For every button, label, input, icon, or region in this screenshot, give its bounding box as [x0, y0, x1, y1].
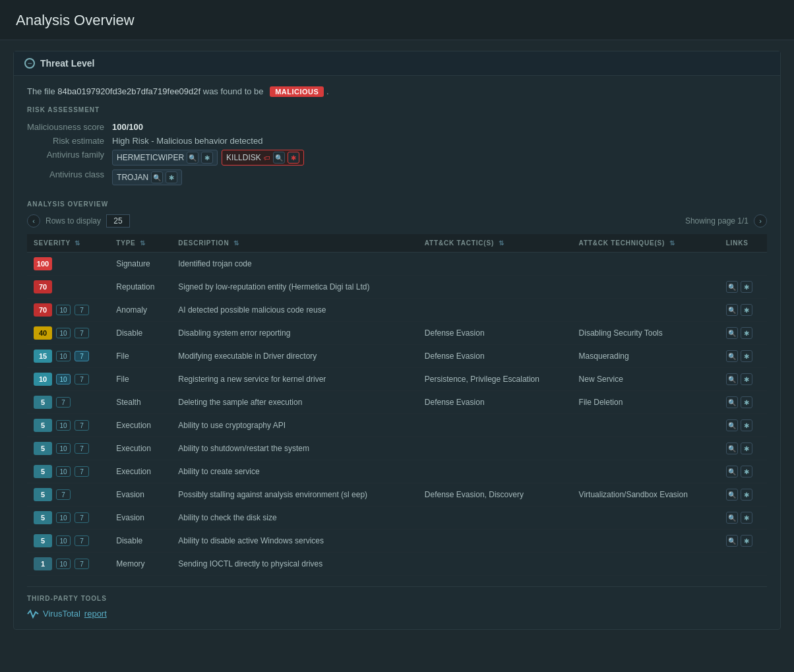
col-techniques[interactable]: ATT&CK TECHNIQUE(S) ⇅ — [572, 234, 719, 253]
severity-cell: 70107 — [27, 299, 109, 322]
severity-tag: 10 — [56, 443, 71, 454]
asterisk-trojan-btn[interactable]: ✱ — [166, 171, 177, 183]
severity-tag: 7 — [75, 351, 89, 361]
col-severity[interactable]: SEVERITY ⇅ — [27, 234, 109, 253]
tactics-cell — [418, 530, 572, 553]
severity-tag: 7 — [75, 535, 89, 546]
severity-tag: 7 — [75, 466, 89, 477]
av-class-tag-row: TROJAN 🔍 ✱ — [112, 169, 304, 185]
col-type[interactable]: TYPE ⇅ — [109, 234, 171, 253]
type-cell: Execution — [109, 460, 171, 483]
risk-table: Maliciousness score 100/100 Risk estimat… — [27, 120, 309, 187]
row-asterisk-btn[interactable]: ✱ — [741, 419, 752, 431]
av-class-row: Antivirus class TROJAN 🔍 ✱ — [27, 168, 309, 187]
tactics-cell: Defense Evasion, Discovery — [418, 483, 572, 506]
type-cell: Execution — [109, 414, 171, 437]
virustotal-report-link[interactable]: report — [84, 609, 107, 619]
tactics-cell: Defense Evasion — [418, 391, 572, 414]
row-asterisk-btn[interactable]: ✱ — [741, 489, 752, 501]
tactics-cell: Defense Evasion — [418, 322, 572, 345]
row-asterisk-btn[interactable]: ✱ — [741, 512, 752, 524]
severity-cell: 10107 — [27, 368, 109, 391]
techniques-cell — [572, 253, 719, 276]
severity-tag: 7 — [75, 328, 89, 338]
type-cell: Evasion — [109, 483, 171, 506]
file-hash: 84ba0197920fd3e2b7dfa719fee09d2f — [57, 86, 200, 96]
row-search-btn[interactable]: 🔍 — [726, 281, 738, 293]
file-description: The file 84ba0197920fd3e2b7dfa719fee09d2… — [27, 86, 767, 97]
table-row: 100SignatureIdentified trojan code — [27, 253, 767, 276]
row-asterisk-btn[interactable]: ✱ — [741, 466, 752, 477]
table-row: 1107MemorySending IOCTL directly to phys… — [27, 553, 767, 576]
next-page-btn[interactable]: › — [754, 214, 767, 228]
row-search-btn[interactable]: 🔍 — [726, 304, 738, 316]
row-asterisk-btn[interactable]: ✱ — [741, 304, 752, 316]
tactics-cell — [418, 299, 572, 322]
analysis-overview-section: ANALYSIS OVERVIEW ‹ Rows to display Show… — [27, 200, 767, 576]
row-search-btn[interactable]: 🔍 — [726, 512, 738, 524]
severity-cell: 5107 — [27, 460, 109, 483]
file-text-pre: The file — [27, 86, 57, 96]
type-cell: Evasion — [109, 506, 171, 530]
severity-tag: 7 — [56, 489, 71, 500]
row-search-btn[interactable]: 🔍 — [726, 396, 738, 408]
search-hermeticwiper-btn[interactable]: 🔍 — [187, 152, 198, 164]
links-cell — [719, 553, 767, 576]
search-trojan-btn[interactable]: 🔍 — [151, 171, 163, 183]
type-cell: Disable — [109, 530, 171, 553]
severity-tag: 7 — [75, 443, 89, 454]
row-search-btn[interactable]: 🔍 — [726, 535, 738, 547]
asterisk-killdisk-btn[interactable]: ✱ — [288, 152, 299, 164]
severity-badge: 5 — [34, 534, 52, 547]
threat-level-card: Threat Level The file 84ba0197920fd3e2b7… — [13, 51, 781, 630]
rows-input[interactable] — [106, 214, 130, 228]
severity-tag: 10 — [56, 559, 71, 569]
row-search-btn[interactable]: 🔍 — [726, 443, 738, 454]
techniques-cell — [572, 299, 719, 322]
severity-tag: 7 — [75, 512, 89, 523]
row-search-btn[interactable]: 🔍 — [726, 419, 738, 431]
row-search-btn[interactable]: 🔍 — [726, 327, 738, 339]
type-cell: Reputation — [109, 276, 171, 299]
row-asterisk-btn[interactable]: ✱ — [741, 350, 752, 362]
row-asterisk-btn[interactable]: ✱ — [741, 281, 752, 293]
row-asterisk-btn[interactable]: ✱ — [741, 443, 752, 454]
row-asterisk-btn[interactable]: ✱ — [741, 373, 752, 385]
page-header: Analysis Overview — [0, 0, 794, 40]
row-search-btn[interactable]: 🔍 — [726, 350, 738, 362]
col-description[interactable]: DESCRIPTION ⇅ — [171, 234, 418, 253]
virustotal-link[interactable]: VirusTotal report — [27, 609, 767, 619]
tactics-cell — [418, 506, 572, 530]
links-cell: 🔍✱ — [719, 276, 767, 299]
table-row: 57StealthDeleting the sample after execu… — [27, 391, 767, 414]
row-asterisk-btn[interactable]: ✱ — [741, 327, 752, 339]
links-cell — [719, 253, 767, 276]
row-asterisk-btn[interactable]: ✱ — [741, 535, 752, 547]
severity-badge: 15 — [34, 350, 52, 363]
severity-badge: 5 — [34, 465, 52, 478]
severity-tag: 10 — [56, 374, 71, 384]
row-asterisk-btn[interactable]: ✱ — [741, 396, 752, 408]
description-cell: Deleting the sample after execution — [171, 391, 418, 414]
table-controls: ‹ Rows to display Showing page 1/1 › — [27, 214, 767, 228]
row-search-btn[interactable]: 🔍 — [726, 489, 738, 501]
techniques-cell — [572, 553, 719, 576]
search-killdisk-btn[interactable]: 🔍 — [273, 152, 285, 164]
row-search-btn[interactable]: 🔍 — [726, 373, 738, 385]
severity-badge: 70 — [34, 280, 52, 293]
prev-page-btn[interactable]: ‹ — [27, 214, 40, 228]
asterisk-hermeticwiper-btn[interactable]: ✱ — [201, 152, 213, 164]
severity-cell: 5107 — [27, 414, 109, 437]
av-tag-trojan: TROJAN 🔍 ✱ — [112, 169, 182, 185]
av-tag-hermeticwiper: HERMETICWIPER 🔍 ✱ — [112, 150, 218, 166]
links-cell: 🔍✱ — [719, 299, 767, 322]
severity-cell: 57 — [27, 483, 109, 506]
links-cell: 🔍✱ — [719, 414, 767, 437]
table-body: 100SignatureIdentified trojan code70Repu… — [27, 253, 767, 576]
col-tactics[interactable]: ATT&CK TACTIC(S) ⇅ — [418, 234, 572, 253]
table-row: 40107DisableDisabling system error repor… — [27, 322, 767, 345]
severity-tag: 7 — [75, 420, 89, 431]
virustotal-icon — [27, 609, 39, 619]
row-search-btn[interactable]: 🔍 — [726, 466, 738, 477]
collapse-icon[interactable] — [24, 58, 35, 69]
